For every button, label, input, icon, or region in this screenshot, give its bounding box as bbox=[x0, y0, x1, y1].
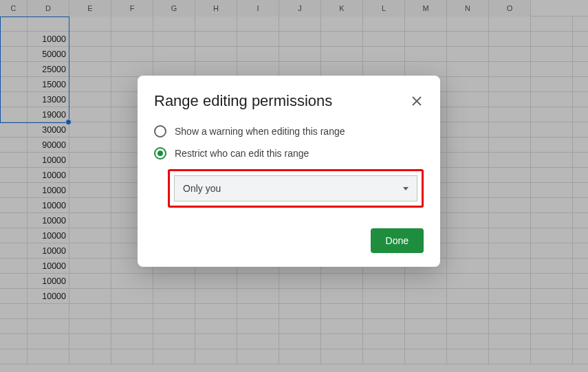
done-button[interactable]: Done bbox=[371, 228, 424, 253]
radio-icon bbox=[154, 147, 166, 160]
radio-restrict[interactable]: Restrict who can edit this range bbox=[154, 147, 424, 160]
option-label: Show a warning when editing this range bbox=[175, 126, 345, 137]
dialog-title: Range editing permissions bbox=[154, 92, 332, 110]
highlighted-box: Only you bbox=[168, 169, 424, 208]
option-label: Restrict who can edit this range bbox=[175, 148, 309, 159]
dropdown-value: Only you bbox=[183, 183, 221, 194]
permissions-dropdown[interactable]: Only you bbox=[174, 175, 417, 201]
range-permissions-dialog: Range editing permissions Show a warning… bbox=[138, 76, 440, 267]
radio-show-warning[interactable]: Show a warning when editing this range bbox=[154, 125, 424, 138]
radio-icon bbox=[154, 125, 166, 138]
close-icon[interactable] bbox=[410, 94, 424, 108]
chevron-down-icon bbox=[403, 187, 409, 190]
